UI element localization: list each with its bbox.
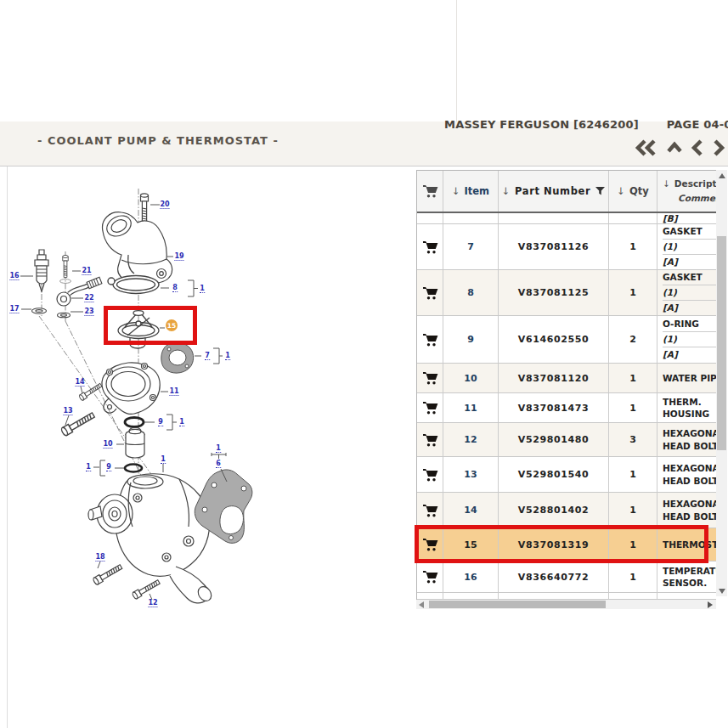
callout-9-lower[interactable]: 9 bbox=[106, 463, 111, 471]
callout-9-upper[interactable]: 9 bbox=[158, 418, 163, 426]
qty-cell: 1 bbox=[609, 393, 657, 423]
filter-icon[interactable] bbox=[595, 187, 605, 195]
add-to-cart-button[interactable] bbox=[422, 401, 438, 415]
table-header-row: Item Part Number Qty Description Comment… bbox=[417, 171, 716, 213]
down-arrow-icon bbox=[719, 589, 725, 594]
qty-cell: 1 bbox=[609, 224, 657, 270]
cart-icon bbox=[422, 333, 438, 347]
description-cell: HEXAGONALHEAD BOLT bbox=[657, 423, 716, 457]
callout-8-assembly[interactable]: 1 bbox=[200, 285, 205, 293]
add-to-cart-button[interactable] bbox=[422, 570, 438, 584]
part-thermostat-15 bbox=[118, 311, 159, 348]
item-column-header[interactable]: Item bbox=[443, 171, 499, 212]
part-thermostat-housing-11 bbox=[102, 363, 160, 415]
table-row[interactable]: 7 V837081126 1 GASKET(1)[A] bbox=[417, 224, 716, 270]
callout-20[interactable]: 20 bbox=[160, 200, 169, 209]
sort-down-icon bbox=[617, 185, 629, 197]
part-water-pump-1 bbox=[88, 474, 214, 604]
callout-6[interactable]: 6 bbox=[216, 460, 221, 468]
part-coolant-elbow-19 bbox=[103, 212, 172, 283]
table-row-partial-bottom bbox=[417, 593, 716, 600]
add-to-cart-button[interactable] bbox=[422, 433, 438, 447]
description-cell: GASKET(1)[A] bbox=[657, 270, 716, 316]
description-cell: WATER PIPE bbox=[657, 364, 716, 393]
callout-9-lower-assembly[interactable]: 1 bbox=[86, 463, 91, 471]
callout-18[interactable]: 18 bbox=[95, 553, 104, 562]
scroll-left-button[interactable] bbox=[416, 600, 426, 609]
part-number-cell: V837081319 bbox=[499, 528, 609, 562]
callout-6-assembly[interactable]: 1 bbox=[216, 444, 221, 453]
callout-16[interactable]: 16 bbox=[9, 272, 19, 280]
description-cell: TEMPERATURESENSOR. bbox=[657, 562, 716, 593]
callout-23[interactable]: 23 bbox=[84, 308, 93, 316]
description-column-header[interactable]: Description Comments bbox=[657, 171, 716, 212]
table-row[interactable]: 16 V836640772 1 TEMPERATURESENSOR. bbox=[417, 562, 716, 593]
qty-column-header[interactable]: Qty bbox=[609, 171, 657, 212]
callout-14[interactable]: 14 bbox=[75, 378, 84, 387]
scroll-up-button[interactable] bbox=[716, 170, 727, 181]
add-to-cart-button[interactable] bbox=[422, 468, 438, 482]
callout-22[interactable]: 22 bbox=[84, 294, 93, 302]
callout-8[interactable]: 8 bbox=[172, 284, 178, 292]
cart-icon bbox=[422, 504, 438, 517]
table-row[interactable]: 9 V614602550 2 O-RING(1)[A] bbox=[417, 316, 716, 364]
qty-cell: 2 bbox=[609, 316, 657, 364]
callout-9-upper-assembly[interactable]: 1 bbox=[179, 418, 184, 426]
add-to-cart-button[interactable] bbox=[422, 371, 438, 385]
part-number-cell: V529801540 bbox=[499, 457, 609, 493]
cart-icon bbox=[422, 371, 438, 385]
table-row-highlighted[interactable]: 15 V837081319 1 THERMOSTAT bbox=[417, 528, 716, 562]
part-banjo-22 bbox=[57, 277, 102, 306]
add-to-cart-button[interactable] bbox=[422, 538, 438, 551]
qty-cell: 1 bbox=[609, 457, 657, 493]
previous-page-icon[interactable] bbox=[690, 138, 705, 158]
callout-19[interactable]: 19 bbox=[174, 252, 183, 261]
callout-13[interactable]: 13 bbox=[63, 407, 72, 415]
page-navigation bbox=[634, 138, 726, 158]
part-number-column-header[interactable]: Part Number bbox=[499, 171, 609, 212]
next-page-icon[interactable] bbox=[711, 138, 726, 158]
part-bolt-20 bbox=[141, 194, 149, 224]
table-row[interactable]: 13 V529801540 1 HEXAGONALHEAD BOLT bbox=[417, 457, 716, 493]
cart-icon bbox=[422, 570, 438, 584]
catalog-header: MASSEY FERGUSON [6246200] PAGE 04-0012 bbox=[444, 118, 728, 131]
part-oring-9-upper bbox=[125, 418, 144, 427]
horizontal-scrollbar-thumb[interactable] bbox=[429, 601, 606, 608]
add-to-cart-button[interactable] bbox=[422, 286, 438, 300]
table-row[interactable]: 11 V837081473 1 THERM.HOUSING bbox=[417, 393, 716, 423]
qty-cell: 1 bbox=[609, 562, 657, 593]
right-arrow-icon bbox=[708, 601, 713, 608]
callout-17[interactable]: 17 bbox=[9, 305, 19, 313]
callout-15-highlighted[interactable]: 15 bbox=[166, 319, 178, 331]
part-number-cell: V837081126 bbox=[499, 224, 609, 270]
description-cell: THERM.HOUSING bbox=[657, 393, 716, 423]
item-cell: 12 bbox=[443, 423, 499, 457]
part-gasket-6 bbox=[195, 470, 252, 543]
table-row-partial-top: [B] bbox=[417, 213, 716, 224]
callout-21[interactable]: 21 bbox=[82, 267, 91, 275]
callout-11[interactable]: 11 bbox=[169, 387, 178, 396]
parts-table: Item Part Number Qty Description Comment… bbox=[416, 170, 728, 610]
table-row[interactable]: 8 V837081125 1 GASKET(1)[A] bbox=[417, 270, 716, 316]
callout-1-pump[interactable]: 1 bbox=[161, 455, 166, 464]
item-cell: 13 bbox=[443, 457, 499, 493]
callout-12[interactable]: 12 bbox=[148, 599, 157, 607]
vertical-scrollbar[interactable] bbox=[716, 170, 727, 596]
add-to-cart-button[interactable] bbox=[422, 333, 438, 347]
scroll-right-button[interactable] bbox=[705, 600, 714, 609]
table-row[interactable]: 12 V529801480 3 HEXAGONALHEAD BOLT bbox=[417, 423, 716, 457]
horizontal-scrollbar[interactable] bbox=[416, 600, 716, 609]
add-to-cart-button[interactable] bbox=[422, 240, 438, 254]
first-page-icon[interactable] bbox=[634, 138, 659, 158]
scroll-down-button[interactable] bbox=[716, 585, 727, 596]
up-level-icon[interactable] bbox=[665, 138, 684, 158]
callout-7[interactable]: 7 bbox=[205, 352, 210, 360]
vertical-scrollbar-thumb[interactable] bbox=[717, 236, 726, 450]
table-row[interactable]: 14 V528801402 1 HEXAGONALHEAD BOLT bbox=[417, 493, 716, 528]
item-cell: 14 bbox=[443, 493, 499, 528]
qty-cell: 1 bbox=[609, 270, 657, 316]
callout-10[interactable]: 10 bbox=[103, 440, 112, 449]
callout-7-assembly[interactable]: 1 bbox=[225, 352, 230, 360]
table-row[interactable]: 10 V837081120 1 WATER PIPE bbox=[417, 364, 716, 393]
add-to-cart-button[interactable] bbox=[422, 504, 438, 517]
